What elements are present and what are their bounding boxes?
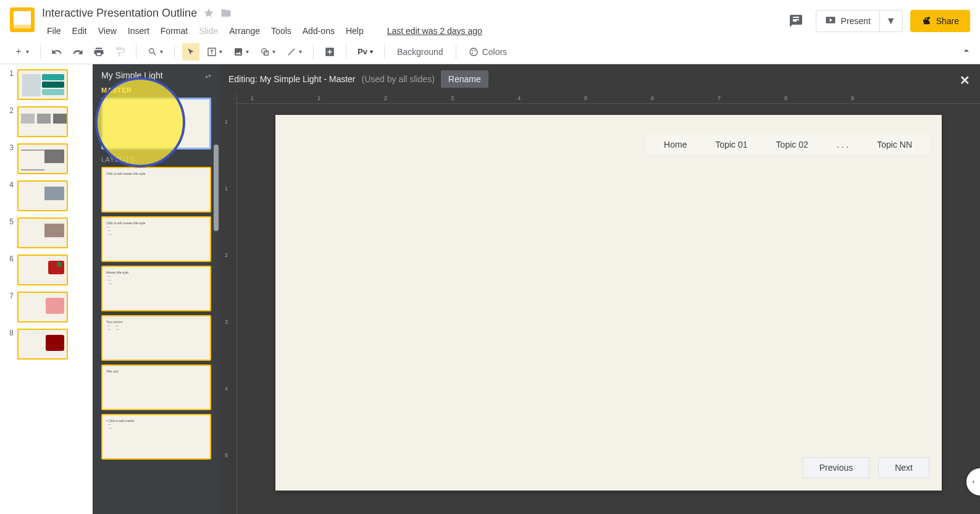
- colors-label: Colors: [482, 47, 507, 57]
- menu-bar: File Edit View Insert Format Slide Arran…: [42, 23, 487, 38]
- slides-logo: [10, 7, 35, 32]
- slide-thumb-2[interactable]: 2: [6, 106, 86, 137]
- slide-thumb-5[interactable]: 5: [6, 217, 86, 248]
- nav-home[interactable]: Home: [653, 137, 698, 152]
- layout-thumb-3[interactable]: Master title style — — —: [101, 266, 211, 311]
- svg-line-2: [288, 48, 295, 55]
- horizontal-ruler: 1 1 2 3 4 5 6 7 8 9: [237, 94, 980, 104]
- nav-topic-02[interactable]: Topic 02: [765, 137, 819, 152]
- nav-ellipsis: . . .: [826, 137, 860, 152]
- toolbar: ＋▾ ▾ ▾ ▾ ▾ ▾ Pv▾ Background Colors: [0, 40, 980, 64]
- slide-thumb-3[interactable]: 3: [6, 143, 86, 174]
- image-tool[interactable]: ▾: [230, 43, 253, 61]
- menu-format[interactable]: Format: [156, 23, 193, 38]
- nav-topic-nn[interactable]: Topic NN: [866, 137, 923, 152]
- print-button[interactable]: [90, 43, 107, 61]
- present-label: Present: [841, 16, 871, 26]
- menu-help[interactable]: Help: [341, 23, 369, 38]
- menu-addons[interactable]: Add-ons: [298, 23, 340, 38]
- textbox-tool[interactable]: ▾: [203, 43, 226, 61]
- editor-area: Editing: My Simple Light - Master (Used …: [220, 64, 980, 514]
- theme-updown-icon[interactable]: ▴▾: [205, 72, 211, 79]
- share-label: Share: [936, 16, 959, 26]
- share-button[interactable]: Share: [910, 10, 970, 32]
- present-button-group: Present ▼: [816, 10, 903, 32]
- layout-thumb-4[interactable]: Two column — — — —: [101, 315, 211, 361]
- vertical-ruler: 1 1 2 3 4 5: [220, 94, 237, 514]
- add-placeholder-button[interactable]: [321, 43, 338, 61]
- menu-arrange[interactable]: Arrange: [224, 23, 265, 38]
- last-edit-link[interactable]: Last edit was 2 days ago: [382, 23, 487, 38]
- layout-thumb-1[interactable]: Click to edit master title style: [101, 167, 211, 213]
- slide-thumb-1[interactable]: 1: [6, 69, 86, 100]
- editor-header: Editing: My Simple Light - Master (Used …: [220, 64, 980, 94]
- theme-name: My Simple Light: [101, 70, 163, 80]
- menu-view[interactable]: View: [93, 23, 122, 38]
- next-button[interactable]: Next: [878, 457, 929, 478]
- slide-thumb-8[interactable]: 8: [6, 329, 86, 360]
- canvas-wrap: Home Topic 01 Topic 02 . . . Topic NN Pr…: [237, 104, 980, 514]
- rename-button[interactable]: Rename: [441, 70, 488, 88]
- editing-prefix: Editing:: [228, 74, 258, 84]
- close-editor-icon[interactable]: ✕: [960, 73, 970, 88]
- zoom-button[interactable]: ▾: [144, 43, 167, 61]
- master-panel: My Simple Light ▴▾ MASTER LAYOUTS Click …: [93, 64, 220, 514]
- svg-point-6: [474, 49, 475, 51]
- collapse-toolbar-icon[interactable]: [960, 44, 973, 57]
- filmstrip: 1 2 3 4 5 6 7 8: [0, 64, 93, 514]
- layout-thumb-5[interactable]: Title only: [101, 364, 211, 410]
- undo-button[interactable]: [48, 43, 65, 61]
- paint-format-button[interactable]: [111, 43, 128, 61]
- svg-point-7: [472, 52, 473, 53]
- slide-thumb-4[interactable]: 4: [6, 180, 86, 211]
- svg-point-4: [470, 48, 477, 56]
- slide-canvas[interactable]: Home Topic 01 Topic 02 . . . Topic NN Pr…: [275, 115, 942, 491]
- layouts-section-label: LAYOUTS: [93, 156, 220, 163]
- move-folder-icon[interactable]: [220, 7, 232, 19]
- present-dropdown-caret[interactable]: ▼: [880, 15, 902, 27]
- comments-icon[interactable]: [784, 9, 808, 33]
- transition-button[interactable]: Pv▾: [354, 43, 377, 61]
- used-by-label: (Used by all slides): [362, 74, 435, 84]
- master-scrollbar[interactable]: [214, 145, 219, 231]
- previous-button[interactable]: Previous: [803, 457, 869, 478]
- new-slide-button[interactable]: ＋▾: [10, 43, 33, 61]
- select-tool[interactable]: [182, 43, 199, 61]
- background-button[interactable]: Background: [392, 47, 448, 57]
- colors-button[interactable]: Colors: [464, 47, 512, 57]
- line-tool[interactable]: ▾: [283, 43, 306, 61]
- nav-topic-01[interactable]: Topic 01: [704, 137, 758, 152]
- title-area: Interactive Presentation Outline File Ed…: [42, 5, 487, 38]
- slide-thumb-6[interactable]: 6: [6, 255, 86, 285]
- redo-button[interactable]: [69, 43, 86, 61]
- star-icon[interactable]: [203, 7, 214, 19]
- menu-insert[interactable]: Insert: [123, 23, 154, 38]
- slide-thumb-7[interactable]: 7: [6, 292, 86, 322]
- svg-point-5: [472, 49, 473, 51]
- menu-slide[interactable]: Slide: [194, 23, 223, 38]
- present-button[interactable]: Present: [816, 11, 880, 32]
- editing-title: My Simple Light - Master: [260, 74, 356, 84]
- menu-file[interactable]: File: [42, 23, 66, 38]
- main-area: 1 2 3 4 5 6 7 8 My Simple Light ▴▾ MASTE…: [0, 64, 980, 514]
- prev-next-group: Previous Next: [803, 457, 929, 478]
- transition-label: Pv: [358, 47, 367, 56]
- menu-tools[interactable]: Tools: [266, 23, 296, 38]
- layout-thumb-6[interactable]: • Click to edit master — —: [101, 414, 211, 460]
- slide-nav-links: Home Topic 01 Topic 02 . . . Topic NN: [647, 135, 929, 154]
- master-slide-thumb[interactable]: [101, 98, 211, 150]
- shape-tool[interactable]: ▾: [256, 43, 279, 61]
- top-right-actions: Present ▼ Share: [784, 9, 970, 33]
- theme-selector[interactable]: My Simple Light ▴▾: [93, 64, 220, 86]
- master-section-label: MASTER: [93, 86, 220, 94]
- layout-thumb-2[interactable]: Click to edit master title style — — —: [101, 216, 211, 262]
- menu-edit[interactable]: Edit: [67, 23, 92, 38]
- document-title[interactable]: Interactive Presentation Outline: [42, 7, 197, 20]
